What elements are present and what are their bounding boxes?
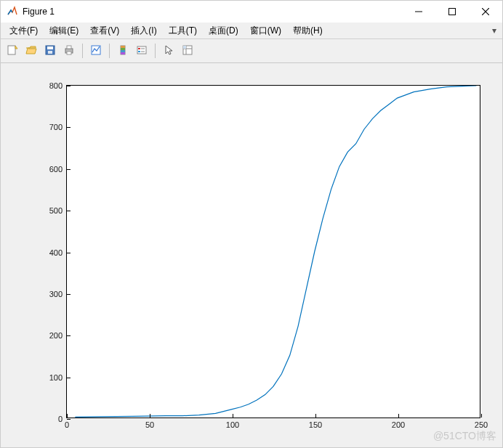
svg-rect-17	[137, 46, 146, 54]
menu-bar: 文件(F) 编辑(E) 查看(V) 插入(I) 工具(T) 桌面(D) 窗口(W…	[1, 23, 502, 39]
watermark: @51CTO博客	[433, 430, 496, 443]
y-tick-mark	[67, 86, 71, 86]
menu-help[interactable]: 帮助(H)	[287, 23, 329, 38]
insert-colorbar-button[interactable]	[114, 42, 132, 60]
figure-canvas[interactable]: 0100200300400500600700800050100150200250…	[1, 63, 502, 447]
property-editor-icon	[182, 44, 193, 58]
y-tick-label: 800	[49, 81, 63, 90]
y-tick-mark	[67, 127, 71, 128]
svg-line-3	[482, 8, 489, 15]
new-figure-button[interactable]	[4, 42, 21, 60]
svg-rect-9	[67, 46, 71, 49]
svg-rect-14	[121, 48, 125, 50]
open-button[interactable]	[23, 42, 40, 60]
x-tick-mark	[315, 414, 316, 418]
y-tick-label: 400	[49, 248, 63, 257]
title-bar: Figure 1	[1, 1, 502, 23]
y-tick-label: 0	[58, 415, 63, 423]
menu-view[interactable]: 查看(V)	[84, 23, 125, 38]
menu-overflow[interactable]: ▾	[329, 25, 499, 36]
svg-rect-13	[121, 46, 125, 48]
edit-plot-button[interactable]	[160, 42, 177, 60]
matlab-app-icon	[7, 6, 18, 17]
y-tick-mark	[67, 419, 71, 420]
svg-rect-15	[121, 50, 125, 52]
svg-rect-6	[47, 46, 53, 49]
menu-edit[interactable]: 编辑(E)	[44, 23, 84, 38]
y-tick-label: 500	[49, 206, 63, 215]
x-tick-mark	[150, 414, 150, 418]
figure-window: Figure 1 文件(F) 编辑(E) 查看(V) 插入(I) 工具(T) 桌…	[0, 0, 503, 448]
link-plot-button[interactable]	[87, 42, 105, 60]
menu-desktop[interactable]: 桌面(D)	[203, 23, 244, 38]
x-tick-label: 200	[392, 420, 405, 429]
y-tick-mark	[67, 211, 71, 211]
close-button[interactable]	[469, 1, 502, 23]
save-button[interactable]	[41, 42, 59, 60]
new-figure-icon	[7, 44, 18, 58]
y-tick-mark	[67, 253, 71, 253]
x-tick-mark	[67, 414, 68, 418]
x-tick-label: 50	[145, 420, 154, 429]
window-title: Figure 1	[23, 7, 55, 17]
toolbar-separator	[82, 44, 83, 58]
y-tick-mark	[67, 169, 71, 170]
menu-tools[interactable]: 工具(T)	[163, 23, 203, 38]
colorbar-icon	[117, 44, 129, 58]
svg-rect-16	[121, 52, 125, 54]
maximize-button[interactable]	[435, 1, 469, 23]
insert-legend-button[interactable]	[133, 42, 150, 60]
y-tick-label: 300	[49, 290, 63, 298]
link-plot-icon	[90, 44, 102, 58]
property-editor-button[interactable]	[179, 42, 196, 60]
y-tick-mark	[67, 294, 71, 295]
save-icon	[44, 44, 56, 58]
svg-rect-25	[183, 46, 186, 49]
print-icon	[63, 44, 75, 58]
y-tick-label: 700	[49, 123, 63, 131]
print-button[interactable]	[60, 42, 78, 60]
y-tick-label: 200	[49, 331, 63, 340]
menu-window[interactable]: 窗口(W)	[244, 23, 287, 38]
svg-rect-18	[138, 48, 140, 49]
minimize-button[interactable]	[402, 1, 435, 23]
menu-insert[interactable]: 插入(I)	[125, 23, 162, 38]
toolbar	[1, 39, 502, 63]
y-tick-label: 600	[49, 165, 63, 174]
line-series	[67, 86, 480, 418]
chevron-down-icon: ▾	[492, 25, 496, 36]
svg-rect-4	[8, 46, 15, 54]
legend-icon	[136, 44, 148, 58]
svg-rect-7	[48, 51, 52, 54]
axes[interactable]: 0100200300400500600700800050100150200250	[66, 85, 480, 418]
y-tick-mark	[67, 335, 71, 336]
x-tick-mark	[233, 414, 233, 418]
toolbar-separator	[155, 44, 156, 58]
x-tick-label: 100	[226, 420, 239, 429]
svg-rect-1	[449, 9, 456, 15]
edit-cursor-icon	[163, 44, 174, 58]
y-tick-label: 100	[49, 373, 63, 382]
svg-rect-19	[138, 51, 140, 52]
y-tick-mark	[67, 378, 71, 378]
toolbar-separator	[109, 44, 110, 58]
x-tick-mark	[481, 414, 482, 418]
x-tick-label: 250	[475, 420, 488, 429]
x-tick-label: 0	[65, 420, 69, 429]
svg-rect-10	[67, 52, 71, 54]
open-icon	[25, 44, 37, 58]
x-tick-mark	[398, 414, 399, 418]
menu-file[interactable]: 文件(F)	[4, 23, 44, 38]
x-tick-label: 150	[309, 420, 322, 429]
svg-line-2	[482, 8, 489, 15]
